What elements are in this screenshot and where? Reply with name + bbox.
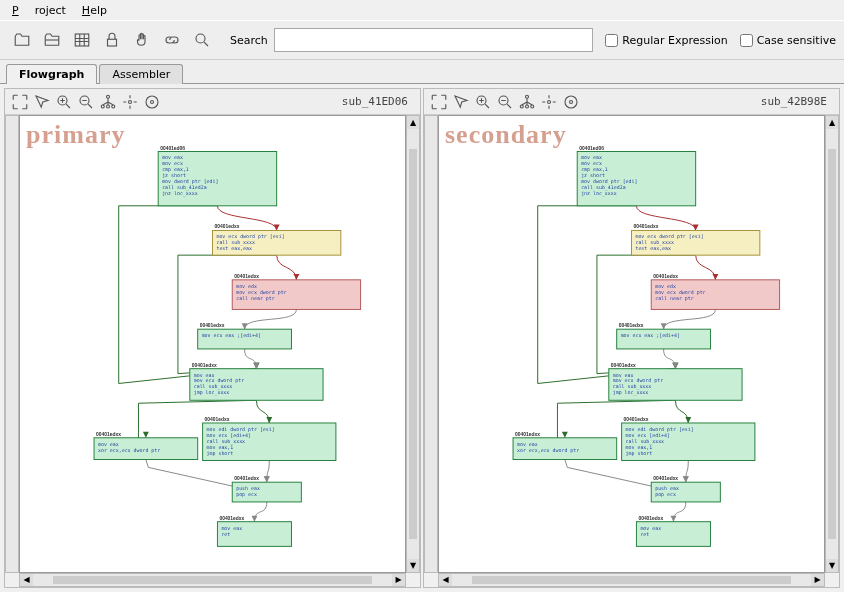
options-icon[interactable] — [141, 91, 163, 113]
secondary-watermark: secondary — [445, 120, 567, 150]
svg-rect-1 — [108, 39, 117, 46]
graph-layout-icon[interactable] — [516, 91, 538, 113]
search-label: Search — [230, 34, 268, 47]
graph-layout-icon[interactable] — [97, 91, 119, 113]
svg-marker-84 — [672, 363, 678, 369]
svg-point-7 — [107, 105, 110, 108]
svg-text:00401edxx: 00401edxx — [624, 417, 649, 422]
svg-marker-86 — [562, 432, 568, 438]
zoom-in-icon[interactable] — [472, 91, 494, 113]
svg-point-5 — [107, 95, 110, 98]
graph-node[interactable]: 00401edxxmov eaxmov ecx dword ptrcall su… — [609, 363, 742, 401]
svg-point-73 — [520, 105, 523, 108]
menu-project[interactable]: Project — [4, 2, 74, 19]
svg-text:xor   ecx,ecx  dword ptr: xor ecx,ecx dword ptr — [517, 447, 579, 454]
primary-watermark: primary — [26, 120, 125, 150]
svg-marker-17 — [253, 363, 259, 369]
menu-help[interactable]: Help — [74, 2, 115, 19]
pane-primary-title: sub_41ED06 — [342, 95, 416, 108]
svg-text:00401ed06: 00401ed06 — [579, 146, 604, 151]
secondary-canvas[interactable]: secondary 00401ed06mov eaxmov ecxcmp eax… — [438, 115, 825, 573]
select-icon[interactable] — [31, 91, 53, 113]
pane-secondary-toolbar: sub_42B98E — [424, 89, 839, 115]
pane-primary-body: primary 00401ed06mov eaxmov ecxcmp eax,1… — [5, 115, 420, 587]
options-icon[interactable] — [560, 91, 582, 113]
primary-graph[interactable]: 00401ed06mov eaxmov ecxcmp eax,1jz short… — [20, 116, 405, 572]
svg-marker-16 — [242, 323, 248, 329]
casesensitive-checkbox[interactable]: Case sensitive — [740, 34, 836, 47]
svg-marker-83 — [661, 323, 667, 329]
graph-node[interactable]: 00401edxxmov edi dword ptr [esi]mov ecx … — [622, 417, 755, 460]
zoom-in-icon[interactable] — [53, 91, 75, 113]
fit-icon[interactable] — [428, 91, 450, 113]
graph-node[interactable]: 00401ed06mov eaxmov ecxcmp eax,1jz short… — [577, 146, 695, 206]
center-icon[interactable] — [119, 91, 141, 113]
main-toolbar: Search Regular Expression Case sensitive — [0, 20, 844, 60]
regex-checkbox[interactable]: Regular Expression — [605, 34, 727, 47]
left-gutter[interactable] — [5, 115, 19, 573]
svg-point-9 — [129, 100, 132, 103]
svg-point-11 — [151, 100, 154, 103]
svg-text:pop   ecx: pop ecx — [236, 491, 257, 498]
menubar: Project Help — [0, 0, 844, 20]
graph-node[interactable]: 00401edxxmov edi dword ptr [esi]mov ecx … — [203, 417, 336, 460]
secondary-hscroll[interactable]: ◀▶ — [438, 573, 825, 587]
tab-assembler[interactable]: Assembler — [99, 64, 183, 84]
svg-text:00401edxx: 00401edxx — [611, 363, 636, 368]
lock-icon[interactable] — [98, 26, 126, 54]
svg-marker-19 — [143, 432, 149, 438]
svg-text:00401edxx: 00401edxx — [619, 323, 644, 328]
fit-icon[interactable] — [9, 91, 31, 113]
primary-canvas[interactable]: primary 00401ed06mov eaxmov ecxcmp eax,1… — [19, 115, 406, 573]
zoom-out-icon[interactable] — [494, 91, 516, 113]
graph-node[interactable]: 00401ed06mov eaxmov ecxcmp eax,1jz short… — [158, 146, 276, 206]
primary-vscroll[interactable]: ▲▼ — [406, 115, 420, 573]
svg-point-72 — [526, 95, 529, 98]
svg-rect-0 — [75, 34, 89, 46]
svg-point-74 — [526, 105, 529, 108]
tab-flowgraph[interactable]: Flowgraph — [6, 64, 97, 84]
svg-text:test  eax,eax: test eax,eax — [635, 245, 671, 251]
svg-text:test  eax,eax: test eax,eax — [216, 245, 252, 251]
graph-node[interactable]: 00401edxxmov eaxmov ecx dword ptrcall su… — [190, 363, 323, 401]
zoom-search-icon[interactable] — [188, 26, 216, 54]
svg-marker-12 — [274, 225, 280, 231]
open-folder2-icon[interactable] — [38, 26, 66, 54]
primary-hscroll[interactable]: ◀▶ — [19, 573, 406, 587]
pane-primary: sub_41ED06 primary 00401ed06mov eaxmov e… — [4, 88, 421, 588]
pane-secondary: sub_42B98E secondary 00401ed06mov eaxmov… — [423, 88, 840, 588]
svg-text:00401edxx: 00401edxx — [234, 274, 259, 279]
search-input[interactable] — [274, 28, 593, 52]
svg-text:00401edxx: 00401edxx — [653, 476, 678, 481]
svg-text:00401edxx: 00401edxx — [200, 323, 225, 328]
svg-point-78 — [570, 100, 573, 103]
table-icon[interactable] — [68, 26, 96, 54]
pane-primary-toolbar: sub_41ED06 — [5, 89, 420, 115]
svg-point-10 — [146, 96, 158, 108]
link-icon[interactable] — [158, 26, 186, 54]
right-gutter[interactable] — [424, 115, 438, 573]
svg-text:00401edxx: 00401edxx — [96, 432, 121, 437]
svg-text:00401edxx: 00401edxx — [515, 432, 540, 437]
hand-icon[interactable] — [128, 26, 156, 54]
svg-marker-14 — [293, 274, 299, 280]
zoom-out-icon[interactable] — [75, 91, 97, 113]
svg-text:call  near  ptr: call near ptr — [655, 295, 694, 302]
svg-marker-22 — [251, 516, 257, 522]
svg-text:00401edxx: 00401edxx — [638, 516, 663, 521]
svg-text:mov   ecx    eax ;[edi+4]: mov ecx eax ;[edi+4] — [202, 332, 261, 338]
svg-point-77 — [565, 96, 577, 108]
center-icon[interactable] — [538, 91, 560, 113]
svg-text:call  near  ptr: call near ptr — [236, 295, 275, 302]
secondary-vscroll[interactable]: ▲▼ — [825, 115, 839, 573]
svg-point-76 — [548, 100, 551, 103]
svg-point-8 — [112, 105, 115, 108]
svg-point-75 — [531, 105, 534, 108]
svg-text:00401edxx: 00401edxx — [219, 516, 244, 521]
svg-text:ret: ret — [221, 531, 230, 537]
secondary-graph[interactable]: 00401ed06mov eaxmov ecxcmp eax,1jz short… — [439, 116, 824, 572]
select-icon[interactable] — [450, 91, 472, 113]
open-folder-icon[interactable] — [8, 26, 36, 54]
svg-text:00401edxx: 00401edxx — [234, 476, 259, 481]
svg-text:00401edxx: 00401edxx — [192, 363, 217, 368]
